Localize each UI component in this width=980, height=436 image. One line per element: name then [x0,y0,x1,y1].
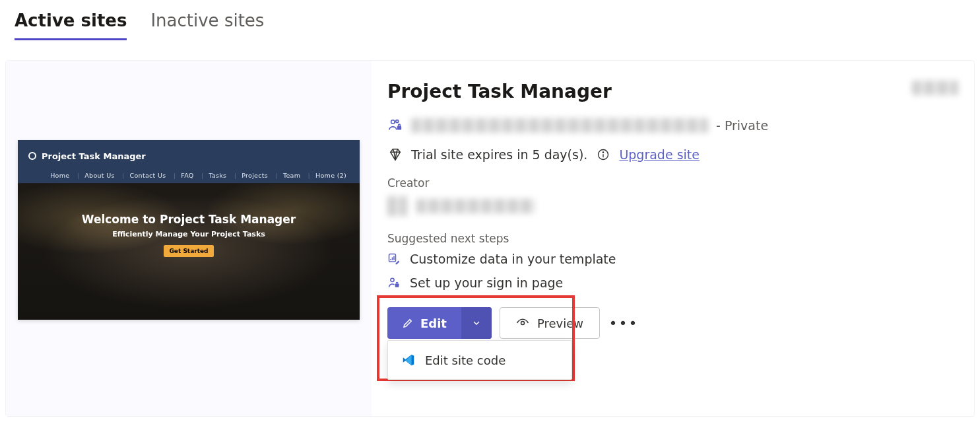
info-icon[interactable] [595,148,611,161]
preview-button[interactable]: Preview [500,307,600,339]
tab-inactive-sites[interactable]: Inactive sites [150,7,264,40]
visibility-row: - Private [387,118,958,133]
thumb-nav-item: About Us [75,172,117,179]
actions-bar: Edit Preview ••• [387,307,958,339]
thumb-nav-item: FAQ [171,172,197,179]
next-step-text: Customize data in your template [410,252,616,266]
thumb-logo-icon [28,152,36,160]
detail-column: Project Task Manager - Private [372,61,974,416]
edit-dropdown-toggle[interactable] [461,307,492,339]
thumb-hero-text: Welcome to Project Task Manager Efficien… [18,213,360,257]
redacted-badge [912,81,958,95]
site-card: Project Task Manager Home About Us Conta… [5,60,975,417]
creator-avatar [387,196,407,216]
site-thumbnail[interactable]: Project Task Manager Home About Us Conta… [18,140,360,320]
svg-point-4 [603,152,604,153]
edit-split-button: Edit [387,307,492,339]
diamond-icon [387,147,403,162]
thumb-nav: Home About Us Contact Us FAQ Tasks Proje… [18,172,360,183]
thumb-nav-item: Tasks [199,172,229,179]
thumb-nav-item: Projects [232,172,271,179]
chart-edit-icon [387,252,401,266]
thumb-nav-item: Team [273,172,303,179]
thumb-title: Project Task Manager [42,151,146,161]
more-actions-button[interactable]: ••• [608,307,639,339]
tab-active-sites[interactable]: Active sites [15,7,127,40]
redacted-url [411,118,708,133]
preview-button-label: Preview [537,316,583,330]
thumb-hero-button: Get Started [164,245,213,257]
svg-point-8 [521,322,524,325]
thumb-nav-item: Home [48,172,72,179]
svg-point-0 [391,120,395,124]
next-step-text: Set up your sign in page [410,275,563,290]
thumb-nav-item: Contact Us [119,172,168,179]
next-step-signin[interactable]: Set up your sign in page [387,275,958,290]
svg-point-1 [396,120,399,123]
creator-name-redacted [416,199,535,213]
svg-point-6 [391,278,394,281]
vscode-icon [401,353,416,367]
dropdown-item-label: Edit site code [425,353,506,367]
people-lock-icon [387,118,403,133]
trial-text: Trial site expires in 5 day(s). [411,147,587,162]
thumbnail-column: Project Task Manager Home About Us Conta… [6,61,372,416]
creator-row [387,196,958,216]
thumb-header: Project Task Manager [18,140,360,172]
svg-rect-2 [397,126,401,130]
upgrade-site-link[interactable]: Upgrade site [619,147,700,162]
thumb-nav-item: Home (2) [306,172,349,179]
thumb-hero-heading: Welcome to Project Task Manager [18,213,360,226]
edit-button-label: Edit [420,316,447,330]
svg-rect-7 [395,284,399,287]
trial-row: Trial site expires in 5 day(s). Upgrade … [387,147,958,162]
edit-site-code-item[interactable]: Edit site code [388,346,572,374]
next-step-customize[interactable]: Customize data in your template [387,252,958,266]
tabs-bar: Active sites Inactive sites [0,0,980,40]
next-steps-label: Suggested next steps [387,232,958,245]
creator-label: Creator [387,176,958,190]
site-title: Project Task Manager [387,81,958,102]
visibility-label: - Private [716,118,768,133]
thumb-hero-sub: Efficiently Manage Your Project Tasks [18,230,360,238]
person-lock-icon [387,276,401,289]
edit-button[interactable]: Edit [387,307,461,339]
edit-dropdown-menu: Edit site code [387,340,572,380]
